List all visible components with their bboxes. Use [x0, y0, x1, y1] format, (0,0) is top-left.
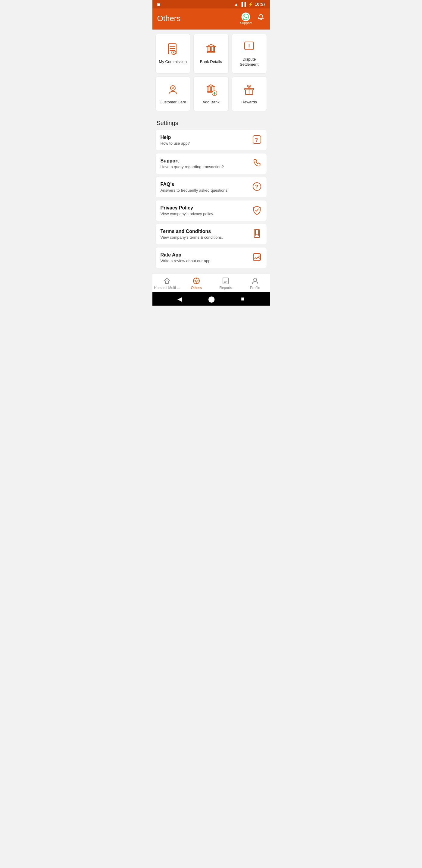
rate-app-title: Rate App — [161, 252, 212, 258]
nav-others-label: Others — [191, 286, 202, 290]
svg-point-41 — [195, 280, 197, 282]
customer-care-label: Customer Care — [160, 100, 186, 105]
privacy-policy-title: Privacy Policy — [161, 205, 214, 211]
rate-icon — [252, 252, 262, 263]
nav-home[interactable]: Harshali Multi ... — [153, 277, 182, 290]
document-list-icon: ₹ — [166, 42, 180, 56]
nav-reports[interactable]: Reports — [211, 277, 241, 290]
faqs-title: FAQ's — [161, 182, 229, 187]
svg-rect-10 — [210, 47, 212, 52]
bookmark-icon — [252, 229, 262, 240]
faqs-item[interactable]: FAQ's Answers to frequently asked questi… — [155, 177, 267, 198]
reports-icon — [222, 277, 230, 285]
android-nav-bar: ◀ ⬤ ■ — [153, 292, 270, 306]
help-icon: ? — [252, 135, 262, 146]
bank-details-card[interactable]: Bank Details — [193, 34, 229, 73]
dispute-settlement-label: Dispute Settlement — [235, 57, 264, 67]
grid-row-1: ₹ My Commission Bank Details Dispute — [155, 34, 267, 73]
bank-icon — [204, 42, 218, 56]
rate-app-subtitle: Write a review about our app. — [161, 258, 212, 263]
rate-app-text: Rate App Write a review about our app. — [161, 252, 212, 263]
help-subtitle: How to use app? — [161, 141, 190, 146]
settings-title: Settings — [155, 120, 267, 127]
compass-icon — [192, 277, 200, 285]
help-title: Help — [161, 135, 190, 140]
svg-rect-46 — [223, 278, 228, 284]
support-text: Support Have a query regarding transacti… — [161, 158, 224, 169]
wifi-icon: ▲ — [234, 2, 238, 7]
support-item[interactable]: Support Have a query regarding transacti… — [155, 153, 267, 174]
signal-icon: ▐▐ — [240, 2, 246, 7]
rate-app-item[interactable]: Rate App Write a review about our app. — [155, 247, 267, 268]
privacy-policy-item[interactable]: Privacy Policy View company's privacy po… — [155, 200, 267, 221]
terms-conditions-subtitle: View company's terms & conditions. — [161, 235, 223, 240]
svg-marker-19 — [207, 85, 215, 87]
svg-rect-21 — [208, 87, 209, 91]
svg-text:?: ? — [255, 137, 258, 143]
sim-icon: ▣ — [157, 2, 160, 7]
terms-conditions-text: Terms and Conditions View company's term… — [161, 229, 223, 240]
bank-details-label: Bank Details — [200, 59, 222, 64]
faq-icon: ? — [252, 182, 262, 193]
svg-rect-39 — [165, 281, 168, 284]
customer-care-card[interactable]: Customer Care — [155, 76, 191, 111]
bell-icon — [257, 13, 265, 22]
header-icons: Support — [240, 12, 265, 25]
svg-rect-22 — [210, 87, 212, 91]
grid-section: ₹ My Commission Bank Details Dispute — [153, 30, 270, 111]
settings-section: Settings Help How to use app? ? Support … — [153, 114, 270, 274]
support-label: Support — [240, 21, 252, 25]
svg-text:₹: ₹ — [172, 51, 174, 54]
status-bar: ▣ ▲ ▐▐ ⚡ 10:57 — [153, 0, 270, 8]
help-item[interactable]: Help How to use app? ? — [155, 130, 267, 151]
shield-icon — [252, 205, 262, 216]
nav-reports-label: Reports — [219, 286, 232, 290]
time: 10:57 — [255, 2, 266, 7]
support-title: Support — [161, 158, 224, 164]
notification-button[interactable] — [257, 13, 265, 23]
svg-point-14 — [249, 48, 250, 49]
whatsapp-icon — [241, 12, 251, 22]
add-bank-icon — [204, 83, 218, 97]
my-commission-label: My Commission — [159, 59, 187, 64]
dispute-settlement-card[interactable]: Dispute Settlement — [232, 34, 267, 73]
faqs-text: FAQ's Answers to frequently asked questi… — [161, 182, 229, 193]
privacy-policy-text: Privacy Policy View company's privacy po… — [161, 205, 214, 216]
svg-rect-11 — [213, 47, 215, 52]
status-bar-left: ▣ — [157, 2, 160, 7]
header: Others Support — [153, 8, 270, 30]
nav-home-label: Harshali Multi ... — [154, 286, 180, 290]
terms-conditions-item[interactable]: Terms and Conditions View company's term… — [155, 224, 267, 245]
support-button[interactable]: Support — [240, 12, 252, 25]
my-commission-card[interactable]: ₹ My Commission — [155, 34, 191, 73]
status-bar-right: ▲ ▐▐ ⚡ 10:57 — [234, 2, 266, 7]
add-bank-label: Add Bank — [202, 100, 219, 105]
rewards-label: Rewards — [241, 100, 257, 105]
help-text: Help How to use app? — [161, 135, 190, 146]
dispute-icon — [242, 40, 256, 54]
battery-icon: ⚡ — [248, 2, 253, 7]
svg-rect-9 — [208, 47, 209, 52]
back-button[interactable]: ◀ — [177, 296, 182, 303]
recents-button[interactable]: ■ — [241, 296, 245, 302]
nav-profile-label: Profile — [250, 286, 260, 290]
gift-icon — [242, 83, 256, 97]
support-subtitle: Have a query regarding transaction? — [161, 164, 224, 169]
svg-rect-36 — [253, 253, 261, 261]
svg-text:?: ? — [255, 184, 258, 190]
nav-others[interactable]: Others — [182, 277, 211, 290]
customer-care-icon — [166, 83, 180, 97]
grid-row-2: Customer Care Add Bank — [155, 76, 267, 111]
add-bank-card[interactable]: Add Bank — [193, 76, 229, 111]
nav-profile[interactable]: Profile — [240, 277, 270, 290]
terms-conditions-title: Terms and Conditions — [161, 229, 223, 234]
home-button[interactable]: ⬤ — [208, 296, 215, 303]
home-icon — [163, 277, 171, 285]
faqs-subtitle: Answers to frequently asked questions. — [161, 188, 229, 193]
page-title: Others — [157, 14, 181, 23]
svg-marker-7 — [207, 44, 216, 47]
phone-icon — [252, 158, 262, 169]
bottom-nav: Harshali Multi ... Others Reports Profil… — [153, 274, 270, 292]
rewards-card[interactable]: Rewards — [232, 76, 267, 111]
svg-point-50 — [254, 278, 257, 281]
